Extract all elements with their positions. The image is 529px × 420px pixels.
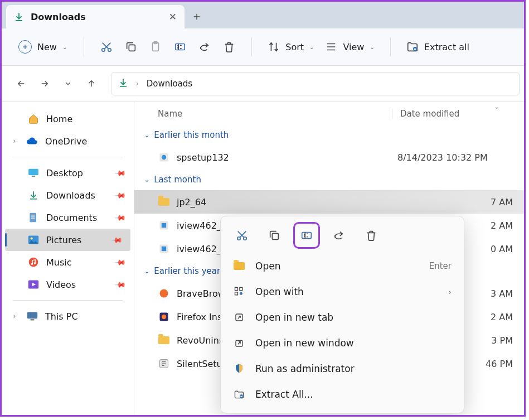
pictures-icon [27, 235, 40, 245]
installer-icon [157, 358, 171, 369]
sidebar-item-documents[interactable]: Documents 📌 [2, 206, 134, 229]
svg-rect-2 [129, 45, 135, 51]
paste-button[interactable] [143, 35, 168, 59]
rename-button[interactable] [295, 224, 318, 247]
file-explorer-window: { "tab": {"title": "Downloads"}, "toolba… [0, 0, 526, 417]
svg-point-32 [244, 237, 247, 240]
menu-item-open[interactable]: Open Enter [221, 253, 464, 279]
file-row[interactable]: jp2_64 7 AM [134, 190, 524, 214]
svg-rect-11 [31, 216, 35, 217]
sidebar-item-label: Downloads [46, 190, 95, 201]
breadcrumb-location[interactable]: Downloads [147, 79, 192, 89]
chevron-down-icon: ⌄ [144, 176, 149, 184]
extract-label: Extract all [424, 42, 469, 52]
sidebar-item-desktop[interactable]: Desktop 📌 [2, 162, 134, 184]
view-button[interactable]: View ⌄ [319, 37, 380, 56]
divider [390, 37, 391, 56]
svg-point-15 [29, 258, 38, 267]
sidebar-item-thispc[interactable]: › This PC [2, 305, 134, 327]
column-modified[interactable]: ⌄Date modified [392, 109, 512, 119]
extract-all-button[interactable]: Extract all [401, 37, 475, 56]
sidebar-item-videos[interactable]: Videos 📌 [2, 273, 134, 296]
music-icon [27, 257, 40, 268]
address-bar[interactable]: › Downloads [111, 72, 520, 95]
forward-button[interactable] [35, 74, 54, 93]
breadcrumb-separator: › [136, 80, 139, 88]
sidebar-item-home[interactable]: Home [2, 108, 134, 130]
svg-point-16 [31, 263, 33, 265]
chevron-right-icon[interactable]: › [9, 137, 20, 145]
delete-button[interactable] [360, 224, 382, 247]
downloads-icon [14, 12, 24, 22]
tab-bar: Downloads ✕ [2, 2, 524, 28]
file-row[interactable]: spsetup132 8/14/2023 10:32 PM [134, 146, 524, 169]
rename-button[interactable] [168, 35, 192, 59]
tab-downloads[interactable]: Downloads ✕ [6, 5, 185, 28]
new-tab-button[interactable] [185, 5, 209, 28]
installer-icon [157, 220, 171, 231]
downloads-icon [27, 190, 40, 200]
menu-item-open-new-window[interactable]: Open in new window [221, 330, 464, 356]
group-header[interactable]: ⌄Last month [134, 169, 524, 190]
new-button[interactable]: New ⌄ [12, 37, 74, 57]
column-name[interactable]: Name [158, 109, 392, 119]
divider [13, 300, 123, 301]
svg-rect-7 [28, 169, 38, 175]
chevron-down-icon: ⌄ [494, 103, 499, 110]
toolbar: New ⌄ Sort ⌄ View ⌄ Extract all [2, 28, 524, 66]
up-button[interactable] [82, 74, 101, 93]
menu-item-open-with[interactable]: Open with › [221, 279, 464, 305]
copy-button[interactable] [119, 35, 143, 59]
sidebar-item-label: Desktop [46, 168, 83, 178]
videos-icon [27, 279, 40, 289]
group-header[interactable]: ⌄Earlier this month [134, 124, 524, 146]
cut-button[interactable] [231, 224, 253, 247]
thispc-icon [26, 311, 38, 321]
sidebar-item-music[interactable]: Music 📌 [2, 251, 134, 273]
back-button[interactable] [12, 74, 31, 93]
svg-point-31 [237, 237, 241, 240]
svg-point-38 [240, 292, 242, 295]
svg-point-22 [162, 155, 166, 160]
app-icon [157, 288, 171, 299]
recent-button[interactable] [59, 74, 77, 93]
view-label: View [343, 42, 364, 52]
delete-button[interactable] [217, 35, 241, 59]
sidebar-item-downloads[interactable]: Downloads 📌 [2, 184, 134, 206]
svg-point-17 [34, 262, 36, 264]
menu-item-open-new-tab[interactable]: Open in new tab [221, 305, 464, 330]
sidebar-item-label: This PC [45, 311, 78, 322]
chevron-down-icon: ⌄ [144, 132, 149, 139]
onedrive-icon [26, 137, 38, 146]
svg-rect-24 [162, 223, 166, 228]
file-name: spsetup132 [171, 152, 397, 163]
close-tab-icon[interactable]: ✕ [169, 11, 177, 22]
svg-point-14 [31, 237, 33, 239]
desktop-icon [27, 168, 40, 177]
sort-button[interactable]: Sort ⌄ [262, 37, 319, 56]
chevron-down-icon: ⌄ [370, 44, 374, 50]
shortcut-hint: Enter [429, 261, 452, 271]
cut-button[interactable] [94, 35, 119, 59]
sidebar-item-label: Documents [46, 213, 97, 223]
pin-icon: 📌 [114, 167, 127, 179]
sidebar-item-label: OneDrive [45, 136, 87, 147]
chevron-down-icon: ⌄ [309, 44, 314, 50]
share-button[interactable] [328, 224, 350, 247]
sidebar-item-onedrive[interactable]: › OneDrive [2, 130, 134, 152]
pin-icon: 📌 [114, 189, 127, 201]
share-button[interactable] [192, 35, 217, 59]
divider [251, 37, 252, 56]
downloads-icon [118, 78, 128, 90]
svg-rect-8 [32, 176, 35, 177]
tab-title: Downloads [31, 12, 162, 22]
svg-point-0 [102, 49, 105, 52]
new-tab-icon [233, 312, 245, 322]
menu-item-extract-all[interactable]: Extract All... [221, 382, 464, 407]
sidebar-item-pictures[interactable]: Pictures 📌 [5, 229, 130, 251]
menu-item-run-admin[interactable]: Run as administrator [221, 356, 464, 382]
chevron-right-icon: › [449, 288, 452, 296]
chevron-right-icon[interactable]: › [9, 312, 20, 320]
copy-button[interactable] [263, 224, 285, 247]
column-headers[interactable]: Name ⌄Date modified [134, 102, 524, 124]
